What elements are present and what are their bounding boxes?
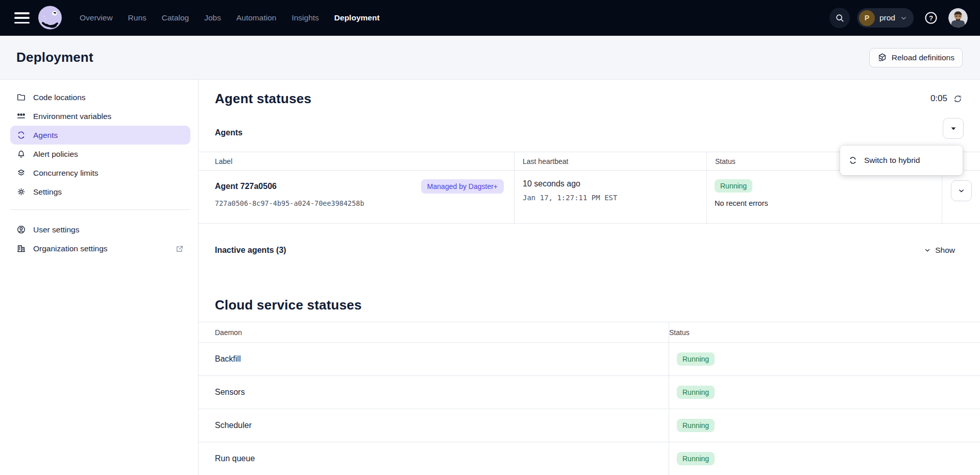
inactive-agents-row: Inactive agents (3) Show — [199, 243, 980, 257]
daemon-name: Backfill — [199, 343, 669, 375]
agent-row: Agent 727a0506 Managed by Dagster+ 727a0… — [199, 171, 980, 224]
daemon-row: Scheduler Running — [199, 409, 980, 442]
agent-name: Agent 727a0506 — [215, 182, 277, 191]
agents-section-title: Agents — [215, 128, 242, 137]
bell-icon — [16, 149, 26, 159]
agent-row-menu-button[interactable] — [951, 180, 972, 201]
agent-type-menu: Switch to hybrid — [840, 146, 963, 175]
menu-item-switch-to-hybrid[interactable]: Switch to hybrid — [840, 148, 963, 173]
nav-right-cluster: P prod ? — [829, 8, 968, 28]
sidebar-item-settings[interactable]: Settings — [10, 182, 190, 201]
agent-icon — [848, 156, 857, 165]
status-badge: Running — [677, 352, 715, 366]
layers-icon — [16, 168, 26, 178]
search-icon — [835, 13, 845, 23]
status-badge: Running — [715, 179, 752, 193]
nav-link-deployment[interactable]: Deployment — [334, 13, 380, 22]
building-icon — [16, 244, 26, 253]
agent-label-cell: Agent 727a0506 Managed by Dagster+ 727a0… — [199, 171, 514, 223]
gear-icon — [16, 187, 26, 197]
refresh-timer: 0:05 — [930, 93, 963, 104]
hamburger-menu-icon[interactable] — [14, 12, 30, 23]
cloud-table-header: Daemon Status — [199, 322, 980, 343]
nav-link-jobs[interactable]: Jobs — [204, 13, 221, 22]
inactive-agents-label: Inactive agents (3) — [215, 246, 286, 255]
page-header: Deployment Reload definitions — [0, 36, 980, 80]
heartbeat-timestamp: Jan 17, 1:27:11 PM EST — [523, 194, 706, 202]
agent-status-cell: Running No recent errors — [706, 171, 942, 223]
agent-icon — [16, 130, 26, 140]
env-vars-icon — [16, 111, 26, 121]
sidebar-divider — [10, 209, 190, 210]
folder-icon — [16, 92, 26, 102]
sidebar-item-code-locations[interactable]: Code locations — [10, 88, 190, 107]
show-inactive-toggle[interactable]: Show — [924, 246, 955, 255]
col-header-status: Status — [669, 322, 980, 342]
sidebar-item-label: Settings — [33, 187, 62, 197]
deployment-switcher[interactable]: P prod — [857, 8, 914, 28]
sidebar-item-alert-policies[interactable]: Alert policies — [10, 145, 190, 163]
sidebar-item-organization-settings[interactable]: Organization settings — [10, 239, 190, 258]
col-header-daemon: Daemon — [199, 322, 669, 342]
agent-heartbeat-cell: 10 seconds ago Jan 17, 1:27:11 PM EST — [514, 171, 706, 223]
sidebar-item-agents[interactable]: Agents — [10, 126, 190, 145]
help-icon: ? — [924, 11, 938, 25]
chevron-down-icon — [900, 14, 908, 22]
menu-item-label: Switch to hybrid — [864, 156, 920, 165]
help-button[interactable]: ? — [921, 8, 941, 28]
nav-links: Overview Runs Catalog Jobs Automation In… — [80, 13, 380, 22]
top-nav: Overview Runs Catalog Jobs Automation In… — [0, 0, 980, 36]
agent-id: 727a0506-8c97-4b95-a024-70ee3984258b — [215, 199, 504, 207]
page-title: Deployment — [16, 50, 93, 65]
sidebar-item-label: Concurrency limits — [33, 169, 98, 178]
agent-statuses-title: Agent statuses — [215, 90, 311, 107]
reload-definitions-button[interactable]: Reload definitions — [869, 48, 963, 67]
chevron-down-icon — [924, 247, 931, 254]
workspace-name: prod — [879, 13, 895, 22]
daemon-name: Run queue — [199, 442, 669, 475]
managed-badge: Managed by Dagster+ — [421, 179, 504, 194]
nav-link-automation[interactable]: Automation — [236, 13, 276, 22]
agent-type-menu-button[interactable] — [943, 118, 964, 139]
nav-link-catalog[interactable]: Catalog — [162, 13, 189, 22]
nav-link-insights[interactable]: Insights — [291, 13, 318, 22]
user-avatar[interactable] — [948, 8, 968, 28]
refresh-countdown: 0:05 — [930, 93, 947, 104]
external-link-icon — [175, 244, 184, 253]
caret-down-icon — [950, 127, 957, 131]
workspace-initial-avatar: P — [859, 10, 875, 26]
nav-link-runs[interactable]: Runs — [128, 13, 146, 22]
daemon-row: Backfill Running — [199, 343, 980, 376]
cloud-services-table: Daemon Status Backfill Running Sensors R… — [199, 322, 980, 475]
status-badge: Running — [677, 452, 715, 465]
deployment-page: Overview Runs Catalog Jobs Automation In… — [0, 0, 980, 475]
status-note: No recent errors — [715, 199, 942, 207]
chevron-down-icon — [958, 187, 965, 195]
sidebar-item-user-settings[interactable]: User settings — [10, 220, 190, 239]
col-header-label: Label — [199, 152, 514, 170]
daemon-name: Scheduler — [199, 409, 669, 442]
sidebar-item-concurrency-limits[interactable]: Concurrency limits — [10, 163, 190, 182]
reload-definitions-label: Reload definitions — [892, 53, 954, 62]
sidebar-item-label: Agents — [33, 131, 58, 140]
refresh-icon[interactable] — [953, 94, 963, 104]
search-button[interactable] — [829, 8, 850, 28]
main-content: Agent statuses 0:05 Agents — [199, 80, 980, 475]
sidebar-item-label: Organization settings — [33, 244, 108, 253]
status-badge: Running — [677, 419, 715, 432]
status-badge: Running — [677, 386, 715, 399]
daemon-name: Sensors — [199, 376, 669, 409]
heartbeat-relative: 10 seconds ago — [523, 179, 580, 188]
sidebar-item-label: Code locations — [33, 93, 86, 102]
sidebar-item-label: Alert policies — [33, 150, 78, 159]
cloud-service-statuses-title: Cloud service statuses — [215, 296, 980, 314]
col-header-last-heartbeat: Last heartbeat — [514, 152, 706, 170]
nav-link-overview[interactable]: Overview — [80, 13, 113, 22]
sidebar-item-environment-variables[interactable]: Environment variables — [10, 107, 190, 126]
daemon-row: Sensors Running — [199, 376, 980, 409]
sidebar-item-label: User settings — [33, 225, 79, 234]
daemon-row: Run queue Running — [199, 442, 980, 475]
sidebar-item-label: Environment variables — [33, 112, 111, 121]
dagster-logo[interactable] — [38, 6, 62, 30]
svg-text:?: ? — [929, 14, 933, 22]
